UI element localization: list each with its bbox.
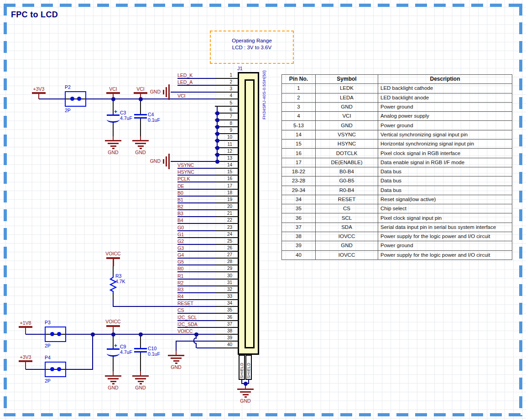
pin-number: 28 xyxy=(214,259,232,264)
c3-value: 4.7uF xyxy=(120,115,132,121)
table-row: 35CSChip select xyxy=(282,204,512,213)
gnd-label: GND xyxy=(140,158,161,164)
wire-hop-icon xyxy=(192,338,197,343)
net-label: R0 xyxy=(177,266,183,271)
table-cell: Power supply for the logic power and I/O… xyxy=(378,232,512,241)
net-label: VSYNC xyxy=(177,162,194,168)
net-label: G1 xyxy=(177,232,184,237)
table-cell: 38 xyxy=(282,232,316,241)
table-cell: Power ground xyxy=(378,102,512,111)
junction-dot-icon xyxy=(111,97,115,101)
table-cell: Data bus xyxy=(378,186,512,195)
table-row: 29-34R0-B4Data bus xyxy=(282,186,512,195)
gnd-bar-icon xyxy=(166,87,167,97)
table-cell: 37 xyxy=(282,223,316,232)
table-cell: 29-34 xyxy=(282,186,316,195)
gnd-label: GND xyxy=(234,398,257,404)
table-cell: 5-13 xyxy=(282,121,316,130)
table-row: 18-22B0-B4Data bus xyxy=(282,167,512,176)
wire-segment xyxy=(171,92,215,93)
gnd-bar-icon xyxy=(240,391,251,393)
c3-designator: C3 xyxy=(120,110,126,115)
table-row: 34RESETReset signal(low active) xyxy=(282,195,512,204)
wire-segment xyxy=(177,209,215,210)
junction-dot-icon xyxy=(139,332,143,337)
junction-dot-icon xyxy=(215,118,219,122)
table-cell: 35 xyxy=(282,204,316,213)
component-lead xyxy=(113,356,114,372)
pin-lead xyxy=(215,99,239,99)
table-cell: CS xyxy=(316,204,378,213)
pin-number: 19 xyxy=(214,197,232,202)
sheet-border-right xyxy=(519,4,522,416)
gnd-bar-icon xyxy=(110,145,116,147)
shield-pin-label: SHIELD xyxy=(240,363,244,379)
header-pin2-dot-icon xyxy=(57,332,61,336)
net-label: G4 xyxy=(177,252,184,258)
wire-segment xyxy=(177,168,215,169)
net-label: R4 xyxy=(177,294,183,299)
net-label: I2C_SCL xyxy=(177,315,197,320)
pin-number: 34 xyxy=(214,301,232,306)
pin-number: 25 xyxy=(214,239,232,244)
pin-number: 23 xyxy=(214,225,232,230)
pin-number: 16 xyxy=(214,176,232,181)
net-label: I2C_SDA xyxy=(177,321,198,327)
table-cell: IOVCC xyxy=(316,232,378,241)
table-cell: 14 xyxy=(282,130,316,139)
gnd-bar-icon xyxy=(135,378,146,379)
gnd-bar-icon xyxy=(112,383,115,384)
p4-value: 2P xyxy=(45,378,51,384)
sheet-border-left xyxy=(4,4,7,416)
header-pin-line xyxy=(46,334,65,335)
wire-segment xyxy=(113,299,114,306)
pin-number: 26 xyxy=(214,245,232,250)
component-lead xyxy=(140,353,141,372)
header-pin1-dot-icon xyxy=(50,367,54,371)
pin-number: 3 xyxy=(214,86,232,91)
pin-lead xyxy=(215,181,239,182)
junction-dot-icon xyxy=(215,153,219,157)
gnd-bar-icon xyxy=(245,396,247,398)
p3-value: 2P xyxy=(45,343,51,348)
table-cell: Power supply for the logic power and I/O… xyxy=(378,250,512,259)
table-row: 16DOTCLKPixel clock signal in RGB interf… xyxy=(282,149,512,158)
gnd-bar-icon xyxy=(163,90,164,94)
c9-value: 4.7uF xyxy=(120,349,132,355)
pin-number: 38 xyxy=(214,328,232,333)
power-port-3v3-label: +3V3 xyxy=(12,354,39,360)
table-cell: RESET xyxy=(316,195,378,204)
j1-designator: J1 xyxy=(237,66,243,71)
pin-lead xyxy=(215,347,239,348)
table-row: 14VSYNCVertical synchronizing signal inp… xyxy=(282,130,512,139)
pin-number: 37 xyxy=(214,321,232,327)
wire-segment xyxy=(177,230,215,231)
table-cell: 34 xyxy=(282,195,316,204)
gnd-stub xyxy=(176,351,177,355)
net-label: CS xyxy=(177,307,184,313)
table-cell: VSYNC xyxy=(316,130,378,139)
table-cell: GND xyxy=(316,102,378,111)
gnd-bar-icon xyxy=(140,148,142,149)
gnd-bar-icon xyxy=(110,381,116,382)
power-stub xyxy=(25,327,26,334)
junction-dot-icon xyxy=(244,382,248,386)
table-cell: 4 xyxy=(282,112,316,121)
wire-segment xyxy=(177,251,215,252)
pin-number: 29 xyxy=(214,266,232,271)
junction-dot-icon xyxy=(215,139,219,143)
gnd-stub xyxy=(113,371,114,375)
junction-dot-icon xyxy=(139,97,143,101)
table-cell: Power ground xyxy=(378,241,512,250)
table-cell: Vertical synchronizing signal input pin xyxy=(378,130,512,139)
wire-segment xyxy=(177,78,215,79)
gnd-bar-icon xyxy=(243,394,249,395)
table-cell: GND xyxy=(316,121,378,130)
net-label: DE xyxy=(177,183,184,189)
wire-segment xyxy=(176,341,177,351)
pin-number: 35 xyxy=(214,307,232,312)
sheet-border-bottom xyxy=(4,413,522,416)
note-line2: LCD : 3V to 3.6V xyxy=(211,44,293,51)
net-label: G5 xyxy=(177,259,184,264)
junction-dot-icon xyxy=(111,332,115,337)
